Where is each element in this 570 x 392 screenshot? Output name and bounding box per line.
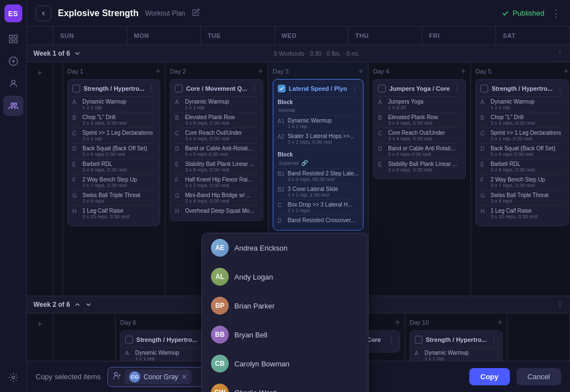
workout-checkbox-day1[interactable]: [72, 85, 80, 92]
workout-checkbox-day10[interactable]: [415, 336, 422, 344]
published-status: Published: [502, 9, 544, 17]
back-button[interactable]: [36, 6, 51, 21]
dropdown-name-andrea: Andrea Erickson: [234, 244, 287, 252]
dropdown-avatar-bryan: BB: [211, 326, 229, 344]
workout-title-day3: Lateral Speed / Plyo: [289, 85, 347, 92]
app-avatar: ES: [4, 4, 22, 22]
user-add-icon: [112, 371, 121, 382]
dropdown-item-carolyn[interactable]: CB Carolyn Bowman: [202, 349, 368, 378]
workout-checkbox-day4[interactable]: [378, 85, 386, 92]
dropdown-avatar-andy: AL: [211, 268, 229, 286]
sidebar-item-group[interactable]: [3, 96, 23, 116]
workout-checkbox-day2[interactable]: [175, 85, 183, 92]
corner-cell: [27, 27, 53, 45]
sidebar-item-settings[interactable]: [3, 367, 23, 388]
week1-stats: 5 Workouts · 3:30 · 0 lbs. · 0 mi.: [274, 50, 360, 57]
workout-menu-day5[interactable]: ⋮: [556, 84, 564, 93]
dropdown-name-bryan: Bryan Bell: [234, 331, 267, 339]
day-header-wed: WED: [275, 27, 349, 45]
copy-tag-conor[interactable]: CG Conor Gray ✕: [125, 370, 191, 384]
dropdown-item-andy[interactable]: AL Andy Logan: [202, 262, 368, 291]
workout-title-day1: Strength / Hypertro...: [83, 85, 144, 92]
header: Explosive Strength Workout Plan Publishe…: [27, 0, 570, 27]
workout-card-day3[interactable]: Lateral Speed / Plyo ⋮ Block Normal A1Dy…: [273, 79, 363, 231]
svg-point-9: [14, 103, 17, 106]
dropdown-item-charlie[interactable]: CW Charlie Ward: [202, 378, 368, 392]
sidebar-item-layout[interactable]: [3, 29, 23, 49]
week1-header: Week 1 of 6 5 Workouts · 3:30 · 0 lbs. ·…: [27, 45, 570, 62]
workout-menu-day9[interactable]: ⋮: [387, 335, 395, 344]
workout-menu-day10[interactable]: ⋮: [490, 335, 498, 344]
copy-label: Copy selected items: [36, 373, 101, 381]
dropdown-name-carolyn: Carolyn Bowman: [234, 360, 289, 368]
day-cell-thu: Day 4 + Jumpers Yoga / Core ⋮ AJumpers Y…: [368, 62, 471, 296]
workout-title-day4: Jumpers Yoga / Core: [389, 85, 450, 92]
sun-add-cell: +: [27, 62, 53, 296]
day2-add-button[interactable]: +: [258, 67, 263, 76]
day-cell-sun: [53, 62, 63, 296]
dropdown-avatar-andrea: AE: [211, 239, 229, 257]
sidebar: ES: [0, 0, 27, 392]
day-header-fri: FRI: [422, 27, 497, 45]
workout-checkbox-day3[interactable]: [278, 85, 286, 92]
day4-add-button[interactable]: +: [461, 67, 466, 76]
workout-card-day6[interactable]: Strength / Hypertro... ⋮ ADynamic Warmup…: [120, 330, 213, 361]
svg-point-11: [114, 373, 117, 375]
day5-add-button[interactable]: +: [563, 67, 568, 76]
sidebar-item-dollar[interactable]: [3, 51, 23, 71]
day-cell-mon: Day 1 + Strength / Hypertro... ⋮ ADynami…: [63, 62, 165, 296]
more-menu-icon[interactable]: ⋮: [551, 7, 561, 19]
days-header: SUN MON TUE WED THU FRI SAT: [27, 27, 570, 45]
workout-checkbox-day6[interactable]: [125, 336, 133, 344]
day-header-sat: SAT: [496, 27, 570, 45]
sidebar-item-user[interactable]: [3, 74, 23, 94]
workout-checkbox-day5[interactable]: [480, 85, 488, 92]
workout-card-day10[interactable]: Strength / Hypertro... ⋮ ADynamic Warmup…: [410, 330, 503, 361]
workout-menu-day3[interactable]: ⋮: [351, 84, 358, 93]
dropdown-item-andrea[interactable]: AE Andrea Erickson: [202, 233, 368, 262]
edit-icon[interactable]: [192, 8, 200, 18]
dropdown-avatar-carolyn: CB: [211, 355, 229, 373]
cancel-button[interactable]: Cancel: [517, 368, 561, 385]
day-header-thu: THU: [348, 27, 422, 45]
week2-sun-add-button[interactable]: +: [37, 319, 42, 329]
svg-rect-3: [14, 40, 17, 43]
workout-card-day4[interactable]: Jumpers Yoga / Core ⋮ AJumpers Yoga1 x 0…: [373, 79, 466, 179]
day3-add-button[interactable]: +: [358, 67, 363, 76]
workout-title-day10: Strength / Hypertro...: [426, 336, 487, 343]
workout-card-day2[interactable]: Core / Movement Q... ⋮ ADynamic Warmup1 …: [170, 79, 263, 221]
week2-day-cell-fri: Day 10 + Strength / Hypertro... ⋮ ADynam…: [405, 313, 508, 361]
day-header-mon: MON: [127, 27, 202, 45]
sun-add-button[interactable]: +: [37, 68, 42, 78]
day4-label: Day 4: [373, 68, 389, 75]
dropdown-avatar-brian: BP: [211, 297, 229, 315]
week2-label[interactable]: Week 2 of 6: [33, 301, 92, 308]
day9-add-button[interactable]: +: [395, 318, 400, 327]
dropdown-name-andy: Andy Logan: [234, 273, 273, 281]
copy-tag-close-icon[interactable]: ✕: [181, 373, 187, 381]
week2-more-icon[interactable]: ⋮: [557, 301, 563, 308]
workout-title-day6: Strength / Hypertro...: [136, 336, 197, 343]
workout-menu-day4[interactable]: ⋮: [453, 84, 461, 93]
day-header-sun: SUN: [53, 27, 127, 45]
svg-point-8: [11, 103, 13, 106]
week2-sun-add-cell: +: [27, 313, 53, 361]
day-cell-fri: Day 5 + Strength / Hypertro... ⋮ ADynami…: [471, 62, 570, 296]
dropdown-avatar-charlie: CW: [211, 384, 229, 392]
week1-label[interactable]: Week 1 of 6: [33, 50, 81, 57]
week1-more-icon[interactable]: ⋮: [557, 50, 563, 57]
dropdown-item-bryan[interactable]: BB Bryan Bell: [202, 320, 368, 349]
svg-rect-0: [9, 35, 12, 38]
dropdown-item-brian[interactable]: BP Brian Parker: [202, 291, 368, 320]
workout-card-day5[interactable]: Strength / Hypertro... ⋮ ADynamic Warmup…: [475, 79, 568, 226]
day1-add-button[interactable]: +: [155, 67, 160, 76]
copy-tag-avatar: CG: [129, 371, 140, 383]
dropdown-name-brian: Brian Parker: [234, 302, 274, 310]
day10-add-button[interactable]: +: [498, 318, 503, 327]
workout-card-day1[interactable]: Strength / Hypertro... ⋮ ADynamic Warmup…: [67, 79, 160, 226]
workout-menu-day2[interactable]: ⋮: [250, 84, 258, 93]
workout-menu-day1[interactable]: ⋮: [148, 84, 155, 93]
copy-button[interactable]: Copy: [469, 368, 510, 385]
svg-point-10: [12, 376, 14, 379]
svg-point-7: [12, 80, 15, 84]
